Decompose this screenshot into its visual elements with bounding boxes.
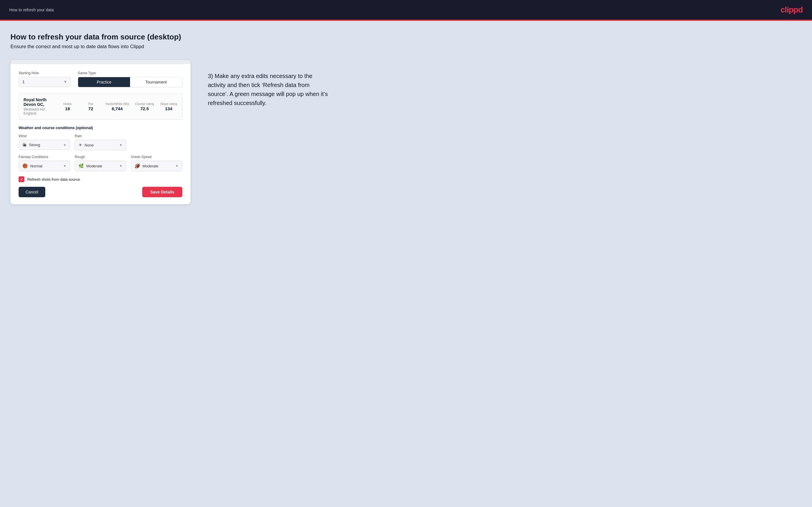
card-body: Starting Hole 1 ▼ Game Type Practice Tou… [10,64,191,171]
green-speed-chevron-icon: ▼ [175,164,179,168]
fairway-group: Fairway Conditions 🏀 Normal ▼ [18,155,70,171]
starting-hole-value: 1 [22,79,25,84]
course-info: Royal North Devon GC, Westward Ho!, Engl… [23,98,53,115]
logo: clippd [781,5,803,14]
fairway-icon: 🏀 [22,163,28,169]
practice-button[interactable]: Practice [78,77,130,87]
course-stat-holes: Holes 18 [59,102,77,111]
fairway-label: Fairway Conditions [18,155,70,159]
refresh-checkbox[interactable]: ✓ [18,176,24,182]
game-type-group: Game Type Practice Tournament [78,71,182,87]
conditions-row-2: Fairway Conditions 🏀 Normal ▼ Rough [18,155,182,171]
refresh-label: Refresh shots from data source [27,177,80,181]
rain-dropdown-left: ☀ None [79,143,94,148]
rough-value: Moderate [86,164,102,168]
cancel-button[interactable]: Cancel [18,187,45,197]
green-speed-label: Green Speed [131,155,182,159]
rough-group: Rough 🌿 Moderate ▼ [74,155,126,171]
rain-icon: ☀ [79,143,82,148]
refresh-checkbox-row: ✓ Refresh shots from data source [10,176,191,182]
fairway-value: Normal [30,164,42,168]
starting-hole-chevron-icon: ▼ [63,80,67,84]
card-top-bar [10,60,191,64]
rain-value: None [85,143,94,147]
wind-label: Wind [18,134,70,138]
green-speed-group: Green Speed 🏈 Moderate ▼ [131,155,182,171]
green-speed-dropdown[interactable]: 🏈 Moderate ▼ [131,161,182,171]
card-footer: Cancel Save Details [10,187,191,197]
starting-hole-group: Starting Hole 1 ▼ [18,71,71,87]
course-stat-course-rating: Course rating 72.5 [135,102,154,111]
starting-hole-select[interactable]: 1 ▼ [18,77,71,87]
empty-group [131,134,182,150]
slope-rating-label: Slope rating [160,102,177,106]
wind-icon: 🌦 [22,143,27,147]
top-bar-title: How to refresh your data [9,7,54,12]
green-speed-value: Moderate [143,164,158,168]
yards-label: Yards/White (M)) [105,102,129,106]
conditions-title: Weather and course conditions (optional) [18,126,182,130]
game-type-label: Game Type [78,71,182,75]
starting-hole-label: Starting Hole [18,71,71,75]
form-section-top: Starting Hole 1 ▼ Game Type Practice Tou… [18,71,182,87]
rough-label: Rough [74,155,126,159]
wind-dropdown-left: 🌦 Strong [22,143,40,147]
rain-group: Rain ☀ None ▼ [74,134,126,150]
game-type-buttons: Practice Tournament [78,77,182,87]
card-panel: Starting Hole 1 ▼ Game Type Practice Tou… [10,60,191,204]
course-rating-label: Course rating [135,102,154,106]
fairway-dropdown-left: 🏀 Normal [22,163,42,169]
wind-value: Strong [29,143,40,147]
checkmark-icon: ✓ [20,177,23,181]
right-panel-text: 3) Make any extra edits necessary to the… [208,72,330,108]
rough-dropdown[interactable]: 🌿 Moderate ▼ [74,161,126,171]
fairway-dropdown[interactable]: 🏀 Normal ▼ [18,161,70,171]
par-value: 72 [88,106,93,111]
wind-group: Wind 🌦 Strong ▼ [18,134,70,150]
par-label: Par [88,102,93,106]
page-heading: How to refresh your data from source (de… [10,33,802,42]
top-bar: How to refresh your data clippd [0,0,812,20]
slope-rating-value: 134 [165,106,172,111]
rough-icon: 🌿 [79,163,84,169]
course-stat-par: Par 72 [82,102,100,111]
tournament-button[interactable]: Tournament [130,77,182,87]
conditions-row-1: Wind 🌦 Strong ▼ Rain [18,134,182,150]
fairway-chevron-icon: ▼ [63,164,66,168]
rough-chevron-icon: ▼ [119,164,122,168]
course-rating-value: 72.5 [140,106,149,111]
rough-dropdown-left: 🌿 Moderate [79,163,102,169]
holes-value: 18 [65,106,70,111]
rain-chevron-icon: ▼ [119,143,122,147]
course-location: Westward Ho!, England [23,107,53,115]
holes-label: Holes [63,102,72,106]
course-stat-slope-rating: Slope rating 134 [160,102,177,111]
yards-value: 6,744 [112,106,123,111]
right-panel: 3) Make any extra edits necessary to the… [208,60,802,108]
green-speed-icon: 🏈 [135,163,140,169]
rain-dropdown[interactable]: ☀ None ▼ [74,140,126,150]
course-row: Royal North Devon GC, Westward Ho!, Engl… [18,93,182,120]
page-subheading: Ensure the correct and most up to date d… [10,44,802,50]
wind-chevron-icon: ▼ [63,143,66,147]
course-name: Royal North Devon GC, [23,98,53,107]
content-row: Starting Hole 1 ▼ Game Type Practice Tou… [10,60,802,502]
green-speed-dropdown-left: 🏈 Moderate [135,163,158,169]
course-stat-yards: Yards/White (M)) 6,744 [105,102,129,111]
rain-label: Rain [74,134,126,138]
wind-dropdown[interactable]: 🌦 Strong ▼ [18,140,70,150]
save-button[interactable]: Save Details [142,187,183,197]
main-content: How to refresh your data from source (de… [0,21,812,507]
